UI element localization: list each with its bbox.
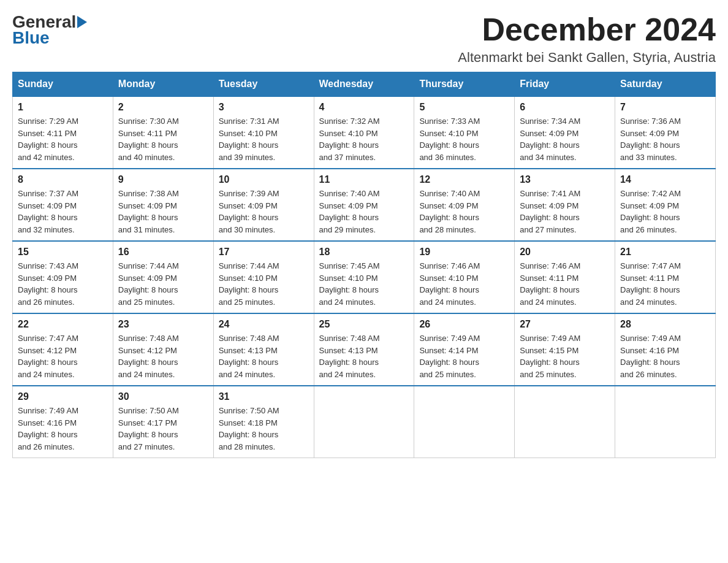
day-number: 22 [18, 319, 108, 330]
logo-triangle-icon [77, 16, 87, 28]
day-info: Sunrise: 7:41 AMSunset: 4:09 PMDaylight:… [520, 188, 610, 236]
day-number: 11 [319, 174, 409, 185]
day-number: 27 [520, 319, 610, 330]
day-number: 15 [18, 247, 108, 258]
calendar-cell: 18Sunrise: 7:45 AMSunset: 4:10 PMDayligh… [314, 241, 414, 313]
day-info: Sunrise: 7:34 AMSunset: 4:09 PMDaylight:… [520, 115, 610, 163]
day-number: 21 [620, 247, 710, 258]
weekday-header-saturday: Saturday [615, 72, 716, 97]
day-number: 12 [419, 174, 509, 185]
day-info: Sunrise: 7:40 AMSunset: 4:09 PMDaylight:… [319, 188, 409, 236]
logo-blue-text: Blue [12, 28, 50, 48]
weekday-header-tuesday: Tuesday [213, 72, 314, 97]
day-info: Sunrise: 7:49 AMSunset: 4:16 PMDaylight:… [620, 332, 710, 380]
day-info: Sunrise: 7:48 AMSunset: 4:12 PMDaylight:… [118, 332, 208, 380]
day-number: 7 [620, 102, 710, 113]
logo: General Blue [12, 12, 88, 48]
calendar-cell: 12Sunrise: 7:40 AMSunset: 4:09 PMDayligh… [414, 169, 515, 241]
day-info: Sunrise: 7:49 AMSunset: 4:15 PMDaylight:… [520, 332, 610, 380]
calendar-cell: 21Sunrise: 7:47 AMSunset: 4:11 PMDayligh… [615, 241, 716, 313]
day-number: 18 [319, 247, 409, 258]
calendar-cell: 24Sunrise: 7:48 AMSunset: 4:13 PMDayligh… [213, 313, 314, 386]
page-header: General Blue December 2024 Altenmarkt be… [12, 12, 716, 66]
day-number: 14 [620, 174, 710, 185]
week-row-3: 15Sunrise: 7:43 AMSunset: 4:09 PMDayligh… [13, 241, 716, 313]
week-row-4: 22Sunrise: 7:47 AMSunset: 4:12 PMDayligh… [13, 313, 716, 386]
day-number: 8 [18, 174, 108, 185]
day-number: 4 [319, 102, 409, 113]
day-number: 13 [520, 174, 610, 185]
weekday-header-monday: Monday [113, 72, 213, 97]
day-info: Sunrise: 7:46 AMSunset: 4:11 PMDaylight:… [520, 260, 610, 308]
day-number: 30 [118, 391, 208, 402]
calendar-cell: 5Sunrise: 7:33 AMSunset: 4:10 PMDaylight… [414, 96, 515, 169]
day-info: Sunrise: 7:44 AMSunset: 4:10 PMDaylight:… [219, 260, 309, 308]
weekday-header-thursday: Thursday [414, 72, 515, 97]
day-number: 17 [219, 247, 309, 258]
calendar-cell: 19Sunrise: 7:46 AMSunset: 4:10 PMDayligh… [414, 241, 515, 313]
day-info: Sunrise: 7:49 AMSunset: 4:14 PMDaylight:… [419, 332, 509, 380]
calendar-table: SundayMondayTuesdayWednesdayThursdayFrid… [12, 72, 716, 458]
day-number: 31 [219, 391, 309, 402]
calendar-cell [314, 386, 414, 458]
calendar-cell: 30Sunrise: 7:50 AMSunset: 4:17 PMDayligh… [113, 386, 213, 458]
weekday-header-sunday: Sunday [13, 72, 113, 97]
day-info: Sunrise: 7:44 AMSunset: 4:09 PMDaylight:… [118, 260, 208, 308]
day-info: Sunrise: 7:40 AMSunset: 4:09 PMDaylight:… [419, 188, 509, 236]
calendar-cell: 13Sunrise: 7:41 AMSunset: 4:09 PMDayligh… [515, 169, 615, 241]
calendar-cell: 15Sunrise: 7:43 AMSunset: 4:09 PMDayligh… [13, 241, 113, 313]
calendar-cell: 31Sunrise: 7:50 AMSunset: 4:18 PMDayligh… [213, 386, 314, 458]
day-info: Sunrise: 7:47 AMSunset: 4:12 PMDaylight:… [18, 332, 108, 380]
day-number: 24 [219, 319, 309, 330]
calendar-cell: 20Sunrise: 7:46 AMSunset: 4:11 PMDayligh… [515, 241, 615, 313]
weekday-header-friday: Friday [515, 72, 615, 97]
calendar-cell: 9Sunrise: 7:38 AMSunset: 4:09 PMDaylight… [113, 169, 213, 241]
calendar-cell: 4Sunrise: 7:32 AMSunset: 4:10 PMDaylight… [314, 96, 414, 169]
day-number: 20 [520, 247, 610, 258]
day-number: 5 [419, 102, 509, 113]
calendar-cell: 22Sunrise: 7:47 AMSunset: 4:12 PMDayligh… [13, 313, 113, 386]
calendar-cell: 10Sunrise: 7:39 AMSunset: 4:09 PMDayligh… [213, 169, 314, 241]
day-info: Sunrise: 7:31 AMSunset: 4:10 PMDaylight:… [219, 115, 309, 163]
day-info: Sunrise: 7:43 AMSunset: 4:09 PMDaylight:… [18, 260, 108, 308]
day-number: 16 [118, 247, 208, 258]
calendar-cell: 2Sunrise: 7:30 AMSunset: 4:11 PMDaylight… [113, 96, 213, 169]
day-info: Sunrise: 7:50 AMSunset: 4:17 PMDaylight:… [118, 405, 208, 453]
day-number: 28 [620, 319, 710, 330]
location-title: Altenmarkt bei Sankt Gallen, Styria, Aus… [458, 50, 716, 66]
day-info: Sunrise: 7:39 AMSunset: 4:09 PMDaylight:… [219, 188, 309, 236]
day-info: Sunrise: 7:29 AMSunset: 4:11 PMDaylight:… [18, 115, 108, 163]
day-info: Sunrise: 7:49 AMSunset: 4:16 PMDaylight:… [18, 405, 108, 453]
day-info: Sunrise: 7:30 AMSunset: 4:11 PMDaylight:… [118, 115, 208, 163]
calendar-cell: 14Sunrise: 7:42 AMSunset: 4:09 PMDayligh… [615, 169, 716, 241]
calendar-cell [414, 386, 515, 458]
weekday-header-wednesday: Wednesday [314, 72, 414, 97]
calendar-cell: 23Sunrise: 7:48 AMSunset: 4:12 PMDayligh… [113, 313, 213, 386]
calendar-cell: 8Sunrise: 7:37 AMSunset: 4:09 PMDaylight… [13, 169, 113, 241]
week-row-2: 8Sunrise: 7:37 AMSunset: 4:09 PMDaylight… [13, 169, 716, 241]
calendar-cell: 3Sunrise: 7:31 AMSunset: 4:10 PMDaylight… [213, 96, 314, 169]
title-area: December 2024 Altenmarkt bei Sankt Galle… [458, 12, 716, 66]
day-number: 19 [419, 247, 509, 258]
day-number: 1 [18, 102, 108, 113]
week-row-1: 1Sunrise: 7:29 AMSunset: 4:11 PMDaylight… [13, 96, 716, 169]
day-number: 25 [319, 319, 409, 330]
calendar-cell: 16Sunrise: 7:44 AMSunset: 4:09 PMDayligh… [113, 241, 213, 313]
calendar-cell [615, 386, 716, 458]
calendar-cell: 11Sunrise: 7:40 AMSunset: 4:09 PMDayligh… [314, 169, 414, 241]
day-info: Sunrise: 7:45 AMSunset: 4:10 PMDaylight:… [319, 260, 409, 308]
day-info: Sunrise: 7:42 AMSunset: 4:09 PMDaylight:… [620, 188, 710, 236]
day-number: 10 [219, 174, 309, 185]
day-info: Sunrise: 7:33 AMSunset: 4:10 PMDaylight:… [419, 115, 509, 163]
day-info: Sunrise: 7:46 AMSunset: 4:10 PMDaylight:… [419, 260, 509, 308]
week-row-5: 29Sunrise: 7:49 AMSunset: 4:16 PMDayligh… [13, 386, 716, 458]
day-number: 2 [118, 102, 208, 113]
calendar-cell: 26Sunrise: 7:49 AMSunset: 4:14 PMDayligh… [414, 313, 515, 386]
day-info: Sunrise: 7:38 AMSunset: 4:09 PMDaylight:… [118, 188, 208, 236]
day-info: Sunrise: 7:48 AMSunset: 4:13 PMDaylight:… [219, 332, 309, 380]
day-number: 6 [520, 102, 610, 113]
weekday-header-row: SundayMondayTuesdayWednesdayThursdayFrid… [13, 72, 716, 97]
calendar-cell: 28Sunrise: 7:49 AMSunset: 4:16 PMDayligh… [615, 313, 716, 386]
day-number: 26 [419, 319, 509, 330]
day-info: Sunrise: 7:32 AMSunset: 4:10 PMDaylight:… [319, 115, 409, 163]
